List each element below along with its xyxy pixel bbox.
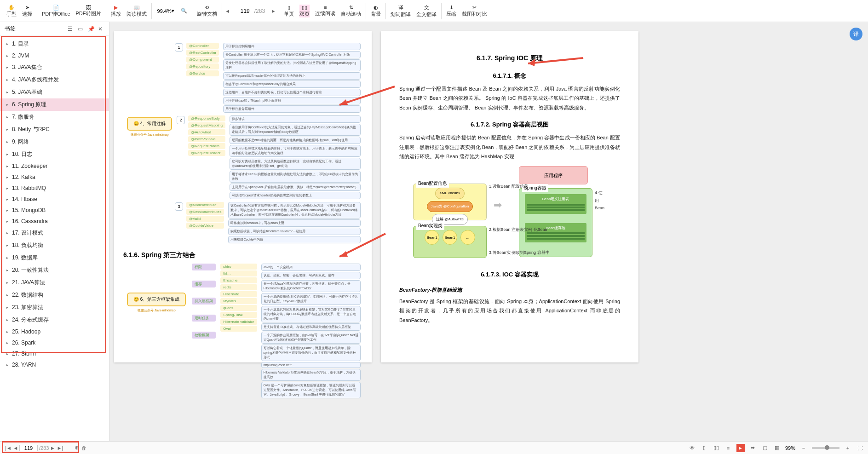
zoom-slider[interactable] [812,447,839,449]
chevron-right-icon: ▸ [6,103,10,107]
eye-icon[interactable]: 👁 [689,444,696,452]
crop-icon: ✂ [472,5,477,11]
bookmark-item[interactable]: ▸5. JAVA基础 [0,86,109,98]
bookmark-item[interactable]: ▸1. 目录 [0,38,109,50]
zoom-out-icon[interactable]: − [800,444,807,452]
book-icon: 📖 [133,5,140,11]
fit-width-icon[interactable]: ⬌ [749,444,757,452]
bookmark-item[interactable]: ▸21. JAVA算法 [0,276,109,289]
bookmark-item[interactable]: ▸12. Kafka [0,172,109,183]
chevron-right-icon: ▸ [6,140,10,144]
pdf-to-image[interactable]: 🖼PDF转图片 [76,5,101,17]
sb-del-page[interactable]: 🗑 [80,444,87,452]
sb-next-last[interactable]: ►| [56,444,63,452]
red-arrow-1 [335,82,399,109]
bookmark-item[interactable]: ▸25. Hadoop [0,326,109,337]
sb-page-input[interactable] [19,445,38,451]
para-6173: BeanFactory 是 Spring 框架的基础设施，面向 Spring 本… [399,297,620,326]
sb-add-page[interactable]: ⊕ [73,444,80,452]
hand-tool[interactable]: ✋手型 [6,5,17,17]
chevron-right-icon: ▸ [6,256,10,260]
bookmark-item[interactable]: ▸27. Storm [0,348,109,359]
bookmark-item[interactable]: ▸4. JAVA多线程并发 [0,74,109,86]
sb-prev-first[interactable]: |◄ [5,444,12,452]
section-6172: 6.1.7.2. Spring 容器高层视图 [399,119,620,130]
fullscreen-icon[interactable]: ⛶ [856,444,863,452]
expand-icon[interactable]: ☰ [68,26,74,32]
close-icon[interactable]: ✕ [98,26,104,32]
bookmark-item[interactable]: ▸14. Hbase [0,194,109,205]
double-page[interactable]: ▯▯双页 [299,5,310,17]
bookmark-item[interactable]: ▸20. 一致性算法 [0,264,109,276]
page-prev[interactable]: ◄ [224,7,231,15]
sb-play-icon[interactable]: ▶ [736,444,745,452]
bookmark-item[interactable]: ▸23. 加密算法 [0,301,109,314]
bookmark-item[interactable]: ▸3. JAVA集合 [0,61,109,74]
bookmark-item[interactable]: ▸24. 分布式缓存 [0,314,109,326]
sb-prev[interactable]: ◄ [12,444,19,452]
translate-icon: 译 [398,4,403,11]
bookmark-item[interactable]: ▸19. 数据库 [0,252,109,264]
zoom-tools[interactable]: 🔍 [181,8,187,14]
chevron-right-icon: ▸ [6,42,10,46]
bookmark-item[interactable]: ▸26. Spark [0,337,109,348]
arrow-icon: ➡ [494,196,502,214]
full-translate[interactable]: 文全文翻译 [416,4,437,18]
layout-icon[interactable]: ▦ [773,444,781,452]
bookmark-list[interactable]: ▸1. 目录▸2. JVM▸3. JAVA集合▸4. JAVA多线程并发▸5. … [0,36,109,441]
bookmark-item[interactable]: ▸18. 负载均衡 [0,239,109,252]
bookmark-item[interactable]: ▸10. 日志 [0,148,109,161]
scroll-icon: ⇅ [349,5,353,11]
pin-icon[interactable]: 📌 [88,26,94,32]
single-page-icon: ▯ [287,5,290,11]
bookmark-item[interactable]: ▸15. MongoDB [0,205,109,216]
view-cont-icon[interactable]: ≡ [724,444,732,452]
read-mode[interactable]: 📖阅读模式 [126,5,147,17]
crop-btn[interactable]: ✂截图和对比 [462,5,487,17]
play-btn[interactable]: ▶播放 [111,5,121,17]
chevron-right-icon: ▸ [6,208,10,213]
compress-btn[interactable]: ⬇压缩 [446,5,456,17]
bookmark-item[interactable]: ▸13. RabbitMQ [0,183,109,194]
bookmark-item[interactable]: ▸6. Spring 原理 [0,98,109,111]
ioc-diagram: 应用程序 Bean配置信息 XML <bean> Java类 @Configur… [413,166,606,263]
bookmark-item[interactable]: ▸2. JVM [0,50,109,61]
auto-scroll[interactable]: ⇅自动滚动 [341,5,361,17]
zoom-in-icon[interactable]: + [844,444,851,452]
collapse-icon[interactable]: ▭ [78,26,84,32]
page-next[interactable]: ► [270,7,277,15]
select-tool[interactable]: ➤选择 [22,5,32,17]
chevron-right-icon: ▸ [6,186,10,190]
chevron-right-icon: ▸ [6,330,10,334]
word-translate[interactable]: 译划词翻译 [391,4,411,18]
bookmark-item[interactable]: ▸8. Netty 与RPC [0,123,109,136]
bookmark-item[interactable]: ▸28. YARN [0,359,109,370]
chevron-right-icon: ▸ [6,54,10,58]
page-left: 1 @Controller @RestController @Component… [114,31,372,362]
double-page-icon: ▯▯ [302,5,307,11]
document-view[interactable]: 译 1 @Controller @RestController @Compone… [109,22,868,441]
bookmark-item[interactable]: ▸22. 数据结构 [0,289,109,301]
single-page[interactable]: ▯单页 [284,5,294,17]
bookmark-item[interactable]: ▸11. Zookeeper [0,161,109,172]
sb-next[interactable]: ► [49,444,56,452]
rotate-btn[interactable]: ⟲旋转文档 [197,5,217,17]
continuous-read[interactable]: ≡连续阅读 [315,5,335,17]
page-input[interactable] [236,8,254,14]
bookmark-sidebar: 书签 ☰ ▭ 📌 ✕ ▸1. 目录▸2. JVM▸3. JAVA集合▸4. JA… [0,22,109,441]
page-indicator: /283 [236,8,265,14]
rotate-icon: ⟲ [205,5,209,11]
background-btn[interactable]: ◐背景 [371,5,381,17]
fit-page-icon[interactable]: ▢ [761,444,769,452]
mm-branch-3: 3 [175,202,183,211]
bookmark-item[interactable]: ▸9. 网络 [0,136,109,148]
chevron-right-icon: ▸ [6,78,10,82]
pdf-to-office[interactable]: 📄PDF转Office [42,5,70,17]
zoom-control[interactable]: 99.4% ▾ [157,8,174,14]
view-single-icon[interactable]: ▯ [701,444,708,452]
view-double-icon[interactable]: ▯▯ [713,444,720,452]
bookmark-item[interactable]: ▸7. 微服务 [0,111,109,123]
bookmark-item[interactable]: ▸16. Cassandra [0,216,109,227]
bookmark-item[interactable]: ▸17. 设计模式 [0,227,109,239]
float-translate-btn[interactable]: 译 [850,28,862,40]
